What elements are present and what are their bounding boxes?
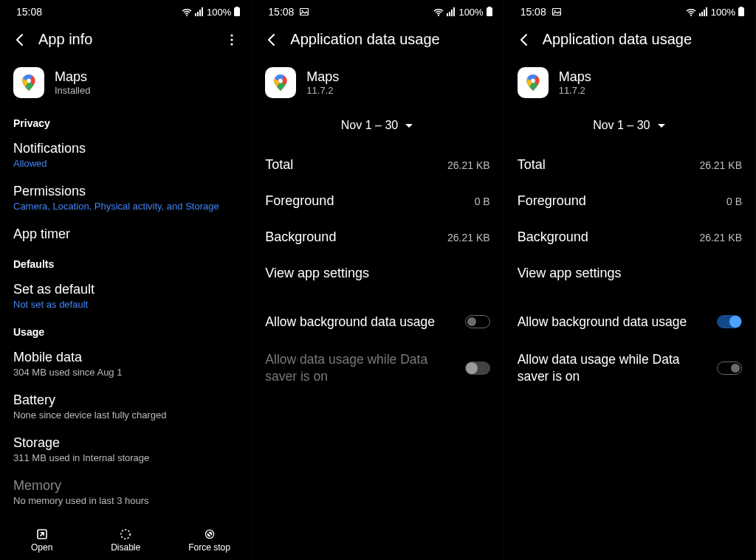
total-value: 26.21 KB [699,159,742,171]
page-header: Application data usage [252,21,503,58]
wifi-icon [433,7,444,17]
row-memory-sub: No memory used in last 3 hours [13,495,238,506]
panel-app-info: 15:08 100% App info Maps Installed Priva… [0,0,252,560]
chevron-down-icon [656,121,667,130]
force-stop-label: Force stop [188,542,230,553]
page-title: App info [38,31,213,48]
date-range-label: Nov 1 – 30 [341,119,398,132]
section-defaults: Defaults [0,249,251,274]
back-button[interactable] [516,32,532,47]
row-storage[interactable]: Storage 311 MB used in Internal storage [0,428,251,471]
status-battery-pct: 100% [711,7,735,18]
status-time: 15:08 [520,6,546,18]
app-name: Maps [55,69,90,85]
toggle-allow-data-saver: Allow data usage while Data saver is on [252,341,503,395]
row-memory-title: Memory [13,478,238,494]
open-button[interactable]: Open [9,528,75,553]
row-mobile-data-sub: 304 MB used since Aug 1 [13,367,238,378]
view-app-settings-label: View app settings [518,266,622,280]
total-value: 26.21 KB [447,159,490,171]
status-battery-pct: 100% [458,7,483,18]
row-foreground: Foreground 0 B [252,183,503,219]
status-bar: 15:08 100% [0,0,251,21]
chevron-down-icon [404,121,414,130]
row-storage-sub: 311 MB used in Internal storage [13,452,238,463]
battery-icon [487,7,493,17]
row-permissions[interactable]: Permissions Camera, Location, Physical a… [0,176,251,219]
row-mobile-data-title: Mobile data [13,350,238,365]
row-set-default[interactable]: Set as default Not set as default [0,274,251,317]
open-label: Open [31,542,52,553]
section-usage: Usage [0,317,251,342]
wifi-icon [686,7,696,17]
date-range-selector[interactable]: Nov 1 – 30 [252,108,503,147]
page-title: Application data usage [543,31,745,48]
status-battery-pct: 100% [207,7,231,18]
page-header: App info [0,21,251,58]
disable-label: Disable [111,542,140,553]
page-header: Application data usage [504,21,755,58]
app-icon [518,67,549,98]
overflow-menu-button[interactable] [223,34,241,46]
app-icon [13,67,44,98]
row-storage-title: Storage [13,435,238,451]
foreground-label: Foreground [518,193,586,209]
row-notifications-title: Notifications [13,141,238,156]
date-range-selector[interactable]: Nov 1 – 30 [504,108,755,147]
background-label: Background [265,229,336,245]
switch-allow-data-saver [465,362,490,375]
status-bar: 15:08 100% [504,0,755,21]
app-name: Maps [306,69,339,85]
background-value: 26.21 KB [447,232,490,243]
app-install-status: Installed [55,85,90,96]
page-title: Application data usage [290,31,492,48]
disable-button[interactable]: Disable [92,528,159,553]
toggle-allow-background-data[interactable]: Allow background data usage [252,303,503,341]
screenshot-notification-icon [300,8,309,15]
switch-allow-data-saver[interactable] [717,362,742,375]
force-stop-button[interactable]: Force stop [176,528,243,553]
toggle-allow-background-data-label: Allow background data usage [518,314,687,331]
row-foreground: Foreground 0 B [504,183,755,219]
foreground-label: Foreground [265,193,334,209]
status-bar: 15:08 100% [252,0,503,21]
view-app-settings-label: View app settings [265,266,369,280]
row-notifications-sub: Allowed [13,158,238,169]
row-permissions-title: Permissions [13,184,238,199]
signal-icon [447,7,456,16]
view-app-settings[interactable]: View app settings [252,255,503,291]
row-background: Background 26.21 KB [252,219,503,255]
row-notifications[interactable]: Notifications Allowed [0,134,251,176]
app-summary: Maps 11.7.2 [504,58,755,108]
foreground-value: 0 B [475,196,490,207]
battery-icon [234,7,241,17]
date-range-label: Nov 1 – 30 [593,119,650,132]
app-summary: Maps 11.7.2 [252,58,503,108]
status-time: 15:08 [16,6,42,18]
back-button[interactable] [12,32,28,47]
view-app-settings[interactable]: View app settings [504,255,755,291]
switch-allow-background-data[interactable] [465,315,490,328]
toggle-allow-data-saver[interactable]: Allow data usage while Data saver is on [504,341,755,395]
signal-icon [195,7,204,16]
app-version: 11.7.2 [559,85,591,96]
row-battery-sub: None since device last fully charged [13,409,238,421]
section-privacy: Privacy [0,108,251,134]
row-total: Total 26.21 KB [504,147,755,183]
row-battery[interactable]: Battery None since device last fully cha… [0,385,251,428]
panel-data-usage-2: 15:08 100% Application data usage Maps 1… [504,0,756,560]
bottom-action-bar: Open Disable Force stop [0,523,251,560]
row-permissions-sub: Camera, Location, Physical activity, and… [13,201,238,212]
row-memory[interactable]: Memory No memory used in last 3 hours [0,471,251,514]
row-set-default-sub: Not set as default [13,299,238,310]
row-app-timer[interactable]: App timer [0,219,251,249]
toggle-allow-background-data[interactable]: Allow background data usage [504,303,755,341]
app-icon [265,67,296,98]
signal-icon [699,7,708,16]
switch-allow-background-data[interactable] [717,315,742,328]
back-button[interactable] [264,32,280,47]
row-background: Background 26.21 KB [504,219,755,255]
foreground-value: 0 B [726,196,742,207]
battery-icon [738,7,745,17]
row-mobile-data[interactable]: Mobile data 304 MB used since Aug 1 [0,342,251,385]
